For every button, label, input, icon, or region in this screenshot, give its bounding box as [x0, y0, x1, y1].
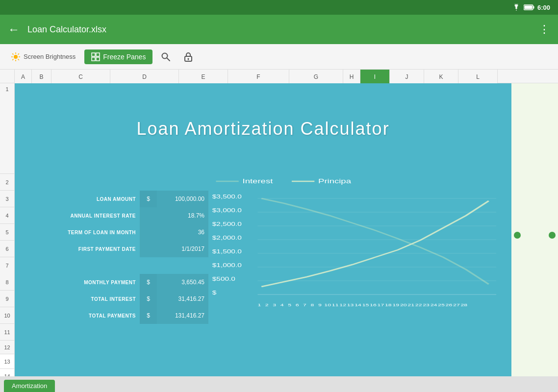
chart-svg: Interest Principa $3,500.0 $3,000.0 $2,5…	[208, 174, 511, 376]
title-row: Loan Amortization Calculator	[15, 83, 511, 174]
chart-container: Interest Principa $3,500.0 $3,000.0 $2,5…	[208, 174, 511, 376]
svg-text:$500.0: $500.0	[212, 276, 235, 282]
label-firstpayment: FIRST PAYMENT DATE	[15, 246, 140, 252]
col-header-b: B	[32, 70, 51, 84]
dollar-loan: $	[140, 191, 157, 207]
row8-monthly: MONTHLY PAYMENT $ 3,650.45	[15, 274, 208, 291]
col-header-j: J	[390, 70, 424, 84]
lock-button[interactable]	[179, 48, 198, 66]
freeze-panes-button[interactable]: Freeze Panes	[84, 49, 152, 64]
row-num-7: 7	[0, 257, 14, 274]
svg-text:6: 6	[296, 303, 299, 307]
row6-firstpayment: FIRST PAYMENT DATE 1/1/2017	[15, 241, 208, 257]
app-bar: ← Loan Calculator.xlsx ⋮	[0, 15, 558, 44]
row-num-10: 10	[0, 307, 14, 324]
row-num-3: 3	[0, 191, 14, 207]
column-headers: A B C D E F G H I J K L	[0, 70, 558, 83]
svg-text:19: 19	[392, 303, 399, 307]
col-header-l: L	[458, 70, 498, 84]
grid-body: 1 2 3 4 5 6 7 8 9 10 11 12 13 14 15 16	[0, 83, 558, 376]
brightness-icon	[11, 52, 21, 62]
svg-line-9	[18, 59, 19, 60]
back-button[interactable]: ←	[8, 23, 20, 36]
svg-text:$3,000.0: $3,000.0	[212, 208, 242, 214]
col-header-i: I	[360, 70, 390, 84]
svg-text:$1,500.0: $1,500.0	[212, 249, 242, 255]
svg-text:9: 9	[318, 303, 322, 307]
val-firstpayment: 1/1/2017	[140, 241, 208, 257]
left-fields: LOAN AMOUNT $ 100,000.00 ANNUAL INTEREST…	[15, 174, 208, 376]
row-num-9: 9	[0, 291, 14, 307]
col-header-c: C	[51, 70, 110, 84]
svg-text:Principa: Principa	[318, 178, 351, 184]
row-num-13: 13	[0, 354, 14, 369]
green-dot-right	[549, 232, 556, 239]
row-num-6: 6	[0, 241, 14, 257]
svg-text:25: 25	[438, 303, 445, 307]
loan-calc-block: Loan Amortization Calculator LOAN AMOUNT…	[15, 83, 511, 376]
svg-text:$2,000.0: $2,000.0	[212, 235, 242, 241]
toolbar: Screen Brightness Freeze Panes	[0, 44, 558, 70]
green-dot-left	[514, 232, 521, 239]
svg-text:5: 5	[288, 303, 291, 307]
battery-icon	[524, 4, 534, 10]
dollar-totalpayments: $	[140, 307, 157, 324]
corner-cell	[0, 70, 15, 83]
svg-rect-13	[96, 53, 100, 56]
val-term: 36	[140, 224, 208, 241]
status-icons: 6:00	[512, 4, 550, 11]
freeze-panes-icon	[91, 52, 100, 61]
right-panel	[511, 83, 558, 376]
row-num-2: 2	[0, 174, 14, 191]
svg-text:20: 20	[400, 303, 407, 307]
row-num-8: 8	[0, 274, 14, 291]
dollar-totalinterest: $	[140, 291, 157, 307]
calc-title: Loan Amortization Calculator	[136, 119, 389, 139]
svg-line-8	[12, 53, 13, 54]
row4-interest: ANNUAL INTEREST RATE 18.7%	[15, 207, 208, 224]
svg-text:26: 26	[446, 303, 453, 307]
svg-line-10	[18, 53, 19, 54]
row10-totalpayments: TOTAL PAYMENTS $ 131,416.27	[15, 307, 208, 324]
svg-rect-1	[533, 6, 534, 9]
svg-text:$3,500.0: $3,500.0	[212, 194, 242, 200]
svg-text:12: 12	[339, 303, 346, 307]
svg-text:15: 15	[362, 303, 369, 307]
col-header-a: A	[15, 70, 32, 84]
row2-empty	[15, 174, 208, 191]
screen-brightness-button[interactable]: Screen Brightness	[6, 49, 80, 65]
tab-bar: Amortization	[0, 376, 558, 392]
col-header-e: E	[179, 70, 228, 84]
svg-text:7: 7	[303, 303, 306, 307]
val-totalpayments: 131,416.27	[157, 307, 208, 324]
svg-text:$2,500.0: $2,500.0	[212, 221, 242, 227]
val-monthly: 3,650.45	[157, 274, 208, 291]
row-numbers: 1 2 3 4 5 6 7 8 9 10 11 12 13 14 15 16	[0, 83, 15, 376]
label-interest: ANNUAL INTEREST RATE	[15, 213, 140, 219]
svg-text:18: 18	[385, 303, 392, 307]
amortization-tab[interactable]: Amortization	[4, 380, 55, 392]
col-header-f: F	[228, 70, 289, 84]
svg-text:4: 4	[280, 303, 284, 307]
row3-loan-amount: LOAN AMOUNT $ 100,000.00	[15, 191, 208, 207]
svg-point-3	[14, 55, 18, 59]
col-header-d: D	[110, 70, 179, 84]
svg-text:11: 11	[332, 303, 339, 307]
svg-rect-14	[92, 57, 95, 61]
lock-icon	[183, 51, 194, 62]
svg-text:8: 8	[311, 303, 314, 307]
val-loan-amount: 100,000.00	[157, 191, 208, 207]
svg-text:22: 22	[415, 303, 422, 307]
svg-text:10: 10	[324, 303, 331, 307]
row9-totalinterest: TOTAL INTEREST $ 31,416.27	[15, 291, 208, 307]
row-num-1: 1	[0, 83, 14, 174]
more-button[interactable]: ⋮	[539, 23, 550, 36]
row-num-5: 5	[0, 224, 14, 241]
svg-text:Interest: Interest	[243, 178, 274, 184]
svg-text:24: 24	[431, 303, 437, 307]
label-totalpayments: TOTAL PAYMENTS	[15, 313, 140, 318]
svg-text:28: 28	[460, 303, 467, 307]
search-button[interactable]	[156, 48, 175, 66]
col-header-k: K	[424, 70, 458, 84]
dollar-monthly: $	[140, 274, 157, 291]
